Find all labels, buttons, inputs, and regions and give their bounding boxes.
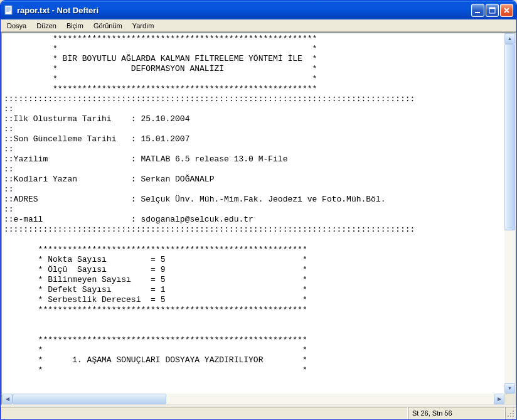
scroll-up-button[interactable]: ▲ xyxy=(504,33,515,44)
window-controls xyxy=(471,4,513,17)
menubar: Dosya Düzen Biçim Görünüm Yardım xyxy=(1,19,516,32)
notepad-window: rapor.txt - Not Defteri Dosya Düzen Biçi… xyxy=(0,0,517,420)
status-spacer xyxy=(1,407,408,419)
menu-format[interactable]: Biçim xyxy=(61,21,88,31)
vertical-scroll-thumb[interactable] xyxy=(504,44,515,230)
scroll-down-button[interactable]: ▼ xyxy=(504,383,515,394)
text-content[interactable]: ****************************************… xyxy=(2,33,504,394)
horizontal-scrollbar-row: ◀ ▶ xyxy=(2,394,515,404)
arrow-down-icon: ▼ xyxy=(508,386,513,391)
horizontal-scrollbar[interactable]: ◀ ▶ xyxy=(2,394,504,404)
svg-rect-5 xyxy=(475,12,480,13)
menu-help[interactable]: Yardım xyxy=(127,21,159,31)
close-button[interactable] xyxy=(500,4,513,17)
menu-file[interactable]: Dosya xyxy=(2,21,31,31)
notepad-icon xyxy=(4,5,14,15)
horizontal-scroll-track[interactable] xyxy=(13,394,494,404)
text-viewport: ****************************************… xyxy=(2,33,515,394)
titlebar[interactable]: rapor.txt - Not Defteri xyxy=(1,1,516,19)
maximize-button[interactable] xyxy=(486,4,499,17)
vertical-scrollbar[interactable]: ▲ ▼ xyxy=(504,33,515,394)
svg-rect-7 xyxy=(489,8,495,9)
statusbar: St 26, Stn 56 xyxy=(1,406,516,419)
arrow-right-icon: ▶ xyxy=(498,397,501,402)
scroll-corner xyxy=(504,394,515,404)
cursor-position: St 26, Stn 56 xyxy=(408,407,505,419)
editor-area: ****************************************… xyxy=(1,32,516,406)
horizontal-scroll-thumb[interactable] xyxy=(13,394,166,404)
menu-edit[interactable]: Düzen xyxy=(31,21,61,31)
menu-view[interactable]: Görünüm xyxy=(88,21,127,31)
arrow-left-icon: ◀ xyxy=(6,397,9,402)
scroll-right-button[interactable]: ▶ xyxy=(494,394,504,404)
vertical-scroll-track[interactable] xyxy=(504,44,515,383)
arrow-up-icon: ▲ xyxy=(508,36,513,41)
window-title: rapor.txt - Not Defteri xyxy=(17,6,471,15)
scroll-left-button[interactable]: ◀ xyxy=(2,394,13,404)
resize-grip[interactable] xyxy=(505,407,516,419)
minimize-button[interactable] xyxy=(471,4,484,17)
